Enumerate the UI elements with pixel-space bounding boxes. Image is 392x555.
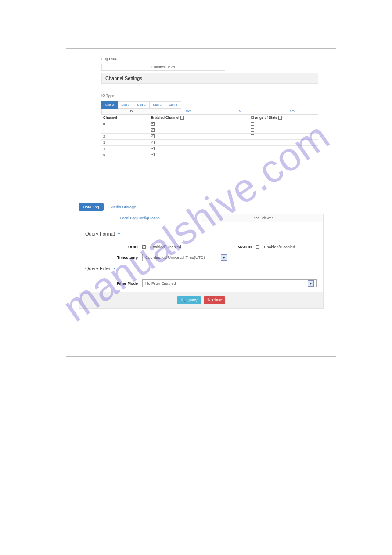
uuid-checkbox[interactable]	[142, 245, 146, 249]
macid-text: Enabled/Disabled	[264, 245, 295, 249]
page-divider	[360, 0, 360, 519]
cell-enabled	[149, 127, 249, 133]
row-filter-mode: Filter Mode No Filter Enabled ▾	[85, 279, 317, 287]
cos-checkbox[interactable]	[251, 128, 254, 132]
action-bar: 🔍 Query ✎ Clear	[79, 292, 323, 308]
top-tab-buttons: Data Log Media Storage	[79, 203, 324, 211]
macid-label: MAC ID	[216, 245, 252, 249]
cos-checkbox[interactable]	[251, 147, 254, 150]
macid-checkbox[interactable]	[256, 245, 259, 249]
clear-button-label: Clear	[212, 298, 222, 302]
uuid-text: Enabled/Disabled	[150, 245, 181, 249]
col-cos: Change of State	[249, 115, 318, 121]
clear-button[interactable]: ✎ Clear	[204, 296, 225, 304]
row-uuid-mac: UUID Enabled/Disabled MAC ID Enabled/Dis…	[85, 245, 317, 249]
cell-enabled	[149, 145, 249, 152]
sub-tabs: Local Log Configuration Local Viewer	[79, 214, 324, 222]
query-button-label: Query	[187, 298, 198, 302]
eraser-icon: ✎	[207, 298, 211, 302]
tab-data-log[interactable]: Data Log	[79, 203, 104, 211]
table-row: 2	[101, 133, 318, 139]
tab-do[interactable]: DO	[162, 109, 214, 114]
timestamp-label: Timestamp	[85, 255, 138, 260]
query-filter-label: Query Filter	[85, 266, 110, 271]
enabled-checkbox[interactable]	[151, 122, 155, 126]
channel-settings-header: Channel Settings	[101, 73, 318, 84]
filter-mode-select[interactable]: No Filter Enabled ▾	[142, 279, 317, 287]
search-icon: 🔍	[180, 298, 185, 302]
cell-cos	[249, 121, 318, 127]
dropdown-icon: ▾	[221, 254, 227, 261]
uuid-label: UUID	[85, 245, 138, 249]
cell-enabled	[149, 133, 249, 139]
table-header-row: Channel Enabled Channel Change of State	[101, 115, 318, 121]
query-filter-header[interactable]: Query Filter	[85, 266, 317, 274]
document-panel: Log Data Channel Fields Channel Settings…	[66, 48, 336, 357]
table-row: 4	[101, 145, 318, 152]
cos-checkbox[interactable]	[251, 122, 254, 126]
tab-ai[interactable]: AI	[214, 109, 266, 114]
subtab-local-log[interactable]: Local Log Configuration	[79, 214, 201, 222]
row-timestamp: Timestamp Coordinated Universal Time(UTC…	[85, 254, 317, 261]
timestamp-value: Coordinated Universal Time(UTC)	[145, 255, 205, 260]
channel-fields-box[interactable]: Channel Fields	[101, 64, 225, 71]
cos-checkbox[interactable]	[251, 134, 254, 138]
query-format-header[interactable]: Query Format	[85, 231, 317, 239]
cell-cos	[249, 139, 318, 145]
enabled-checkbox[interactable]	[151, 153, 155, 156]
tab-slot-4[interactable]: Slot 4	[165, 101, 181, 109]
table-row: 0	[101, 121, 318, 127]
query-format-label: Query Format	[85, 231, 115, 236]
data-log-panel: Data Log Media Storage Local Log Configu…	[66, 193, 336, 356]
enabled-checkbox[interactable]	[151, 147, 155, 150]
channel-table: Channel Enabled Channel Change of State …	[101, 115, 318, 158]
cell-cos	[249, 145, 318, 152]
cell-channel: 1	[101, 127, 149, 133]
tab-slot-0[interactable]: Slot 0	[101, 101, 118, 109]
enabled-checkbox[interactable]	[151, 128, 155, 132]
cell-cos	[249, 127, 318, 133]
cell-enabled	[149, 139, 249, 145]
cell-enabled	[149, 152, 249, 158]
tab-di[interactable]: DI	[102, 109, 162, 114]
caret-down-icon	[118, 233, 120, 235]
query-button[interactable]: 🔍 Query	[177, 296, 201, 304]
enabled-checkbox[interactable]	[151, 141, 155, 144]
cell-channel: 2	[101, 133, 149, 139]
filter-mode-value: No Filter Enabled	[145, 281, 176, 286]
dropdown-icon: ▾	[308, 280, 314, 287]
cos-checkbox[interactable]	[251, 153, 254, 156]
table-row: 5	[101, 152, 318, 158]
cell-channel: 0	[101, 121, 149, 127]
cell-channel: 3	[101, 139, 149, 145]
channel-settings-panel: Log Data Channel Fields Channel Settings…	[66, 49, 336, 193]
table-row: 1	[101, 127, 318, 133]
cell-channel: 5	[101, 152, 149, 158]
tab-slot-2[interactable]: Slot 2	[133, 101, 149, 109]
log-data-title: Log Data	[101, 57, 318, 61]
cos-checkbox[interactable]	[251, 141, 254, 144]
tab-slot-3[interactable]: Slot 3	[150, 101, 165, 109]
tab-media-storage[interactable]: Media Storage	[106, 203, 141, 211]
timestamp-select[interactable]: Coordinated Universal Time(UTC) ▾	[142, 254, 230, 261]
cell-cos	[249, 133, 318, 139]
caret-down-icon	[113, 268, 115, 269]
local-viewer-body: Query Format UUID Enabled/Disabled MAC I…	[79, 222, 324, 309]
cos-all-checkbox[interactable]	[278, 116, 282, 120]
col-enabled: Enabled Channel	[149, 115, 249, 121]
subtab-local-viewer[interactable]: Local Viewer	[201, 214, 324, 222]
slot-tabs: Slot 0 Slot 1 Slot 2 Slot 3 Slot 4	[101, 101, 318, 109]
iotype-tabs: DI DO AI AO	[101, 109, 318, 115]
table-row: 3	[101, 139, 318, 145]
tab-slot-1[interactable]: Slot 1	[118, 101, 133, 109]
cell-channel: 4	[101, 145, 149, 152]
col-channel: Channel	[101, 115, 149, 121]
io-type-label: IO Type	[101, 94, 318, 98]
cell-enabled	[149, 121, 249, 127]
cell-cos	[249, 152, 318, 158]
tab-ao[interactable]: AO	[266, 109, 318, 114]
enabled-all-checkbox[interactable]	[180, 116, 184, 120]
filter-mode-label: Filter Mode	[85, 281, 138, 286]
enabled-checkbox[interactable]	[151, 134, 155, 138]
